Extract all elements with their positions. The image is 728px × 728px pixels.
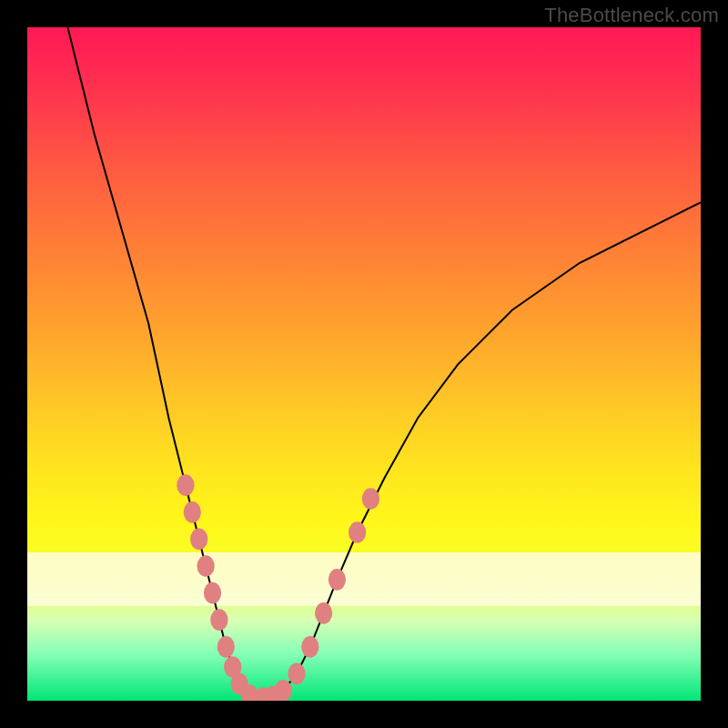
- series-right-branch: [263, 202, 701, 701]
- marker-dot: [315, 602, 332, 624]
- marker-dot: [362, 488, 379, 510]
- marker-dot: [210, 609, 228, 631]
- watermark-text: TheBottleneck.com: [544, 4, 719, 27]
- marker-dot: [217, 636, 235, 658]
- marker-dot: [177, 474, 194, 496]
- marker-dot: [288, 663, 305, 685]
- marker-dot: [184, 501, 201, 523]
- series-left-branch: [67, 27, 263, 701]
- chart-frame: TheBottleneck.com: [0, 0, 728, 728]
- marker-dot: [204, 582, 221, 604]
- marker-dot: [349, 521, 366, 543]
- marker-dot: [190, 529, 207, 551]
- marker-dot: [197, 555, 214, 577]
- marker-dot: [275, 680, 292, 701]
- plot-area: [27, 27, 701, 701]
- marker-dot: [329, 569, 346, 591]
- curve-layer: [27, 27, 701, 701]
- marker-dot: [301, 636, 318, 658]
